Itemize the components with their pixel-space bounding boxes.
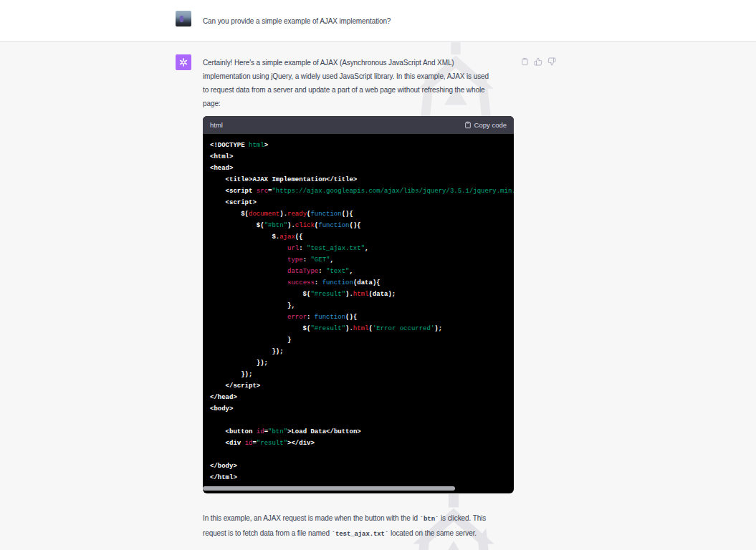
thumbs-up-icon (534, 57, 542, 66)
code-line: <button id="btn">Load Data</button> (210, 426, 514, 438)
code-line: type: "GET", (210, 254, 514, 266)
code-line: dataType: "text", (210, 266, 514, 277)
code-line: </script> (210, 380, 514, 392)
code-line: error: function(){ (210, 312, 514, 323)
thumbs-down-icon (547, 57, 556, 66)
clipboard-icon (464, 121, 472, 129)
code-line: success: function(data){ (210, 277, 514, 289)
thumbs-up-button[interactable] (534, 57, 542, 66)
user-avatar (176, 11, 191, 26)
code-line: }); (210, 346, 514, 357)
code-line: <html> (210, 151, 514, 163)
code-line: $.ajax({ (210, 231, 514, 243)
code-line: }, (210, 300, 514, 312)
code-line: }); (210, 369, 514, 380)
code-line: $("#result").html(data); (210, 289, 514, 300)
code-block: html Copy code <!DOCTYPE html><html><hea… (203, 116, 514, 493)
inline-code: `btn` (420, 516, 439, 523)
code-line: <body> (210, 403, 514, 415)
copy-message-button[interactable] (521, 57, 529, 66)
assistant-avatar (176, 54, 191, 70)
assistant-intro-paragraph: Certainly! Here's a simple example of AJ… (203, 56, 514, 110)
thumbs-down-button[interactable] (547, 57, 556, 66)
code-scrollbar-thumb[interactable] (203, 486, 455, 491)
code-line: <script> (210, 197, 514, 208)
code-block-header: html Copy code (203, 116, 514, 134)
code-horizontal-scrollbar[interactable] (203, 486, 514, 491)
code-line: } (210, 334, 514, 346)
code-language-label: html (210, 121, 223, 129)
intro-line: Certainly! Here's a simple example of AJ… (203, 56, 514, 69)
copy-code-button[interactable]: Copy code (464, 121, 507, 129)
code-line: $("#result").html('Error occurred'); (210, 323, 514, 334)
code-line: </body> (210, 460, 514, 472)
code-line: url: "test_ajax.txt", (210, 243, 514, 254)
inline-code: `test_ajax.txt` (332, 531, 389, 538)
intro-line: page: (203, 97, 514, 110)
code-content: <!DOCTYPE html><html><head> <title>AJAX … (203, 134, 514, 483)
code-line: <div id="result"></div> (210, 438, 514, 449)
code-line: <title>AJAX Implementation</title> (210, 174, 514, 185)
code-line: </html> (210, 472, 514, 483)
code-line: <script src="https://ajax.googleapis.com… (210, 185, 514, 197)
copy-icon (521, 57, 529, 66)
copy-code-label: Copy code (474, 121, 507, 129)
intro-line: implementation using jQuery, a widely us… (203, 69, 514, 83)
assistant-outro-paragraph: In this example, an AJAX request is made… (203, 511, 514, 541)
user-message-row: Can you provide a simple example of AJAX… (176, 0, 756, 28)
code-line: }); (210, 357, 514, 369)
assistant-message-content: Certainly! Here's a simple example of AJ… (203, 54, 514, 541)
code-line: <head> (210, 163, 514, 174)
message-actions (521, 57, 556, 66)
code-line: $(document).ready(function(){ (210, 208, 514, 220)
code-line: <!DOCTYPE html> (210, 140, 514, 151)
assistant-message-row: Certainly! Here's a simple example of AJ… (176, 42, 756, 541)
assistant-message-section: Certainly! Here's a simple example of AJ… (0, 42, 756, 550)
code-line (210, 415, 514, 426)
code-line (210, 449, 514, 460)
outro-line: request is to fetch data from a file nam… (203, 526, 514, 541)
user-message-section: Can you provide a simple example of AJAX… (0, 0, 756, 42)
code-line: $("#btn").click(function(){ (210, 220, 514, 231)
chatgpt-logo-icon (178, 57, 188, 67)
code-line: </head> (210, 392, 514, 403)
outro-line: In this example, an AJAX request is made… (203, 511, 514, 526)
intro-line: to request data from a server and update… (203, 83, 514, 97)
user-message-text: Can you provide a simple example of AJAX… (203, 14, 391, 28)
